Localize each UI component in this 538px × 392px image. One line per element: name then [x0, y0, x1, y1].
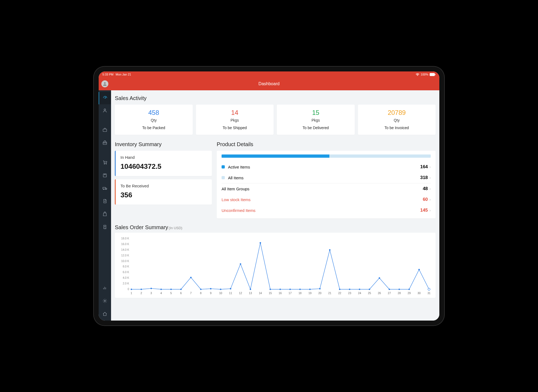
svg-point-69 [260, 242, 261, 243]
sidebar-item-contacts[interactable] [99, 105, 111, 117]
product-detail-row[interactable]: Unconfirmed Items 145 › [222, 205, 431, 216]
svg-point-3 [104, 82, 106, 84]
sa-label: To be Invoiced [361, 126, 433, 130]
svg-rect-2 [435, 74, 436, 75]
product-detail-row[interactable]: All Items 318 › [222, 172, 431, 183]
in-hand-value: 104604372.5 [120, 162, 207, 171]
pd-value: 318 [420, 175, 428, 180]
sidebar [99, 90, 111, 321]
sidebar-item-items[interactable] [99, 124, 111, 137]
sales-order-summary-subtitle: (In USD) [169, 226, 182, 230]
svg-point-65 [220, 288, 221, 290]
svg-text:21: 21 [328, 292, 332, 295]
svg-point-56 [131, 288, 132, 290]
svg-point-79 [359, 288, 360, 290]
svg-point-85 [418, 269, 420, 270]
page-title: Dashboard [258, 81, 280, 86]
wifi-icon [416, 73, 419, 76]
home-icon [102, 311, 108, 318]
svg-rect-6 [103, 129, 106, 132]
pd-value: 48 [423, 186, 428, 191]
sales-activity-card[interactable]: 14 Pkgs To be Shipped [196, 105, 274, 135]
svg-text:6: 6 [180, 292, 182, 295]
svg-point-82 [389, 288, 390, 290]
svg-point-61 [180, 288, 182, 290]
sidebar-item-shipments[interactable] [99, 183, 111, 195]
main-content[interactable]: Sales Activity 458 Qty To be Packed 14 P… [111, 90, 439, 321]
status-date: Mon Jan 21 [116, 73, 131, 76]
briefcase-icon [102, 127, 108, 134]
sidebar-item-dashboard[interactable] [99, 92, 111, 104]
sidebar-item-sales-orders[interactable] [99, 157, 111, 169]
svg-text:10: 10 [219, 292, 222, 295]
svg-point-83 [399, 288, 400, 290]
svg-point-81 [379, 277, 380, 279]
sidebar-item-reports[interactable] [99, 282, 111, 295]
inventory-to-receive-card[interactable]: To Be Received 356 [115, 179, 212, 205]
svg-point-74 [309, 288, 311, 290]
sales-activity-card[interactable]: 20789 Qty To be Invoiced [358, 105, 436, 135]
sidebar-item-purchase-orders[interactable] [99, 208, 111, 221]
sa-label: To be Delivered [280, 126, 352, 130]
svg-point-86 [428, 288, 430, 290]
avatar[interactable] [101, 80, 108, 87]
sidebar-item-home[interactable] [99, 308, 111, 321]
sa-unit: Pkgs [280, 118, 352, 122]
app-header: Dashboard [99, 77, 439, 90]
svg-text:20: 20 [318, 292, 322, 295]
svg-point-59 [160, 288, 162, 290]
pd-value: 145 [420, 208, 428, 213]
svg-text:23: 23 [348, 292, 351, 295]
svg-text:2: 2 [140, 292, 142, 295]
svg-text:16.0 K: 16.0 K [121, 243, 129, 246]
svg-point-12 [104, 189, 104, 190]
sales-order-summary-title: Sales Order Summary [115, 224, 168, 231]
inventory-in-hand-card[interactable]: In Hand 104604372.5 [115, 151, 212, 176]
svg-point-77 [339, 288, 340, 290]
sidebar-item-bills[interactable] [99, 221, 111, 234]
product-details-card: Active Items 164 › All Items 318 › All I… [217, 151, 436, 218]
svg-point-0 [417, 75, 418, 76]
svg-text:15: 15 [269, 292, 272, 295]
svg-point-64 [210, 288, 211, 289]
svg-rect-7 [103, 142, 106, 145]
to-receive-value: 356 [120, 191, 207, 199]
svg-point-67 [240, 263, 241, 264]
product-detail-row[interactable]: Active Items 164 › [222, 161, 431, 172]
dashboard-icon [102, 95, 108, 101]
svg-point-84 [408, 288, 410, 290]
sa-value: 15 [280, 109, 352, 116]
sidebar-item-invoices[interactable] [99, 195, 111, 208]
person-icon [102, 108, 108, 114]
gear-icon [102, 298, 108, 305]
svg-point-75 [319, 288, 320, 289]
svg-point-57 [140, 288, 142, 290]
pd-label: Unconfirmed Items [222, 208, 420, 213]
sa-unit: Pkgs [199, 118, 271, 122]
product-detail-row[interactable]: All Item Groups 48 › [222, 183, 431, 194]
chevron-right-icon: › [429, 165, 431, 169]
svg-text:17: 17 [289, 292, 292, 295]
sales-activity-card[interactable]: 15 Pkgs To be Delivered [277, 105, 355, 135]
sa-label: To be Shipped [199, 126, 271, 130]
sidebar-item-packages[interactable] [99, 170, 111, 182]
svg-text:16: 16 [279, 292, 282, 295]
svg-text:14: 14 [259, 292, 262, 295]
sa-value: 20789 [361, 109, 433, 116]
sidebar-item-inventory[interactable] [99, 137, 111, 150]
svg-text:28: 28 [398, 292, 401, 295]
svg-point-14 [104, 300, 106, 302]
sidebar-item-settings[interactable] [99, 295, 111, 308]
product-detail-row[interactable]: Low stock Items 60 › [222, 194, 431, 205]
svg-point-5 [104, 109, 106, 111]
receipt-icon [102, 224, 108, 231]
svg-text:18.0 K: 18.0 K [121, 237, 129, 240]
tablet-screen: 5:33 PM Mon Jan 21 100% Dashboard [99, 71, 439, 321]
svg-text:12: 12 [239, 292, 242, 295]
svg-point-66 [230, 288, 231, 289]
svg-point-58 [150, 288, 152, 289]
package-icon [102, 173, 108, 179]
inventory-summary-title: Inventory Summary [115, 136, 212, 151]
sales-activity-title: Sales Activity [111, 90, 439, 105]
sales-activity-card[interactable]: 458 Qty To be Packed [115, 105, 193, 135]
